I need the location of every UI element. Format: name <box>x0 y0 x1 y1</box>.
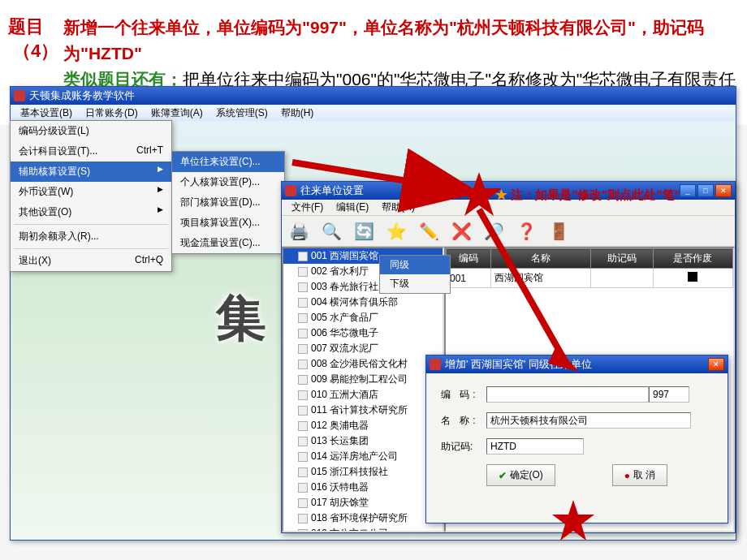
star-bottom-icon <box>551 498 596 544</box>
tree-item[interactable]: 017 胡庆馀堂 <box>283 495 443 510</box>
page-icon <box>298 360 308 369</box>
tree-item[interactable]: 019 市公交二公司 <box>283 526 443 532</box>
page-icon <box>298 267 308 277</box>
code-field[interactable] <box>649 386 689 403</box>
submenu-item[interactable]: 现金流量设置(C)... <box>172 233 284 253</box>
tree-item[interactable]: 007 双流水泥厂 <box>283 341 443 356</box>
ok-button[interactable]: ✔ 确定(O) <box>486 464 555 486</box>
page-icon <box>298 498 308 508</box>
minimize-button[interactable]: _ <box>680 184 696 197</box>
submenu-item[interactable]: 项目核算设置(X)... <box>172 213 284 233</box>
page-icon <box>298 329 308 338</box>
page-icon <box>298 483 308 493</box>
search-icon[interactable]: 🔍 <box>319 219 343 243</box>
main-title: 天顿集成账务教学软件 <box>29 88 732 103</box>
edit-icon[interactable]: ✏️ <box>417 219 441 243</box>
question-main: 新增一个往来单位，单位编码为"997"，单位名称为"杭州天顿科技有限公司"，助记… <box>63 15 739 67</box>
background-watermark: 集 <box>216 284 271 352</box>
page-icon <box>298 467 308 477</box>
tree-item[interactable]: 010 五洲大酒店 <box>283 387 443 403</box>
code-field-left[interactable] <box>486 386 649 403</box>
page-icon <box>298 406 308 416</box>
page-icon <box>298 252 308 261</box>
tree-item[interactable]: 008 金沙港民俗文化村 <box>283 356 443 372</box>
svg-marker-5 <box>552 500 594 541</box>
label-code: 编 码: <box>441 388 486 402</box>
dropdown-item[interactable]: 编码分级设置(L) <box>11 121 171 141</box>
check-icon: ✔ <box>499 470 507 481</box>
svg-line-1 <box>292 162 467 191</box>
tree-item[interactable]: 004 横河体育俱乐部 <box>283 295 443 310</box>
page-icon <box>298 421 308 431</box>
svg-line-3 <box>479 209 564 360</box>
close-button[interactable]: ✕ <box>715 184 732 197</box>
th-void[interactable]: 是否作废 <box>653 249 732 269</box>
page-icon <box>298 437 308 446</box>
tree-item[interactable]: 005 水产食品厂 <box>283 310 443 325</box>
th-mnemonic[interactable]: 助记码 <box>591 249 654 269</box>
page-icon <box>298 452 308 462</box>
menu-dropdown[interactable]: 编码分级设置(L)会计科目设置(T)...Ctrl+T辅助核算设置(S)▶外币设… <box>10 120 172 272</box>
label-mnemonic: 助记码: <box>441 440 486 454</box>
name-field[interactable] <box>486 412 691 429</box>
cancel-icon: ● <box>624 470 630 481</box>
tree-item[interactable]: 009 易能控制工程公司 <box>283 372 443 387</box>
maximize-button[interactable]: □ <box>697 184 714 197</box>
dropdown-item[interactable]: 外币设置(W)▶ <box>11 182 171 202</box>
menu-system[interactable]: 系统管理(S) <box>209 105 274 122</box>
cancel-label: 取 消 <box>633 468 655 482</box>
cell-mnemonic <box>591 269 654 288</box>
tree-item[interactable]: 012 奥浦电器 <box>283 418 443 433</box>
level-child[interactable]: 下级 <box>380 274 450 293</box>
page-icon <box>298 344 308 354</box>
star-icon[interactable]: ⭐ <box>384 219 408 243</box>
dropdown-item[interactable]: 会计科目设置(T)...Ctrl+T <box>11 141 171 162</box>
main-titlebar[interactable]: 天顿集成账务教学软件 <box>11 87 736 105</box>
tree-item[interactable]: 018 省环境保护研究所 <box>283 510 443 526</box>
mnemonic-field[interactable] <box>486 438 584 454</box>
dropdown-item[interactable]: 其他设置(O)▶ <box>11 202 171 222</box>
tree-item[interactable]: 015 浙江科技报社 <box>283 464 443 480</box>
menu-ledger[interactable]: 账簿查询(A) <box>145 105 209 122</box>
level-popup[interactable]: 同级 下级 <box>379 255 451 294</box>
cancel-button[interactable]: ● 取 消 <box>612 464 668 486</box>
page-icon <box>298 313 308 323</box>
tree-item[interactable]: 011 省计算技术研究所 <box>283 403 443 418</box>
page-icon <box>298 529 308 533</box>
label-name: 名 称: <box>441 414 486 428</box>
void-checkbox[interactable] <box>688 272 697 282</box>
tree-item[interactable]: 013 长运集团 <box>283 433 443 449</box>
page-icon <box>298 514 308 523</box>
print-icon[interactable]: 🖨️ <box>287 219 311 243</box>
app-icon <box>14 90 25 101</box>
dropdown-item[interactable]: 辅助核算设置(S)▶ <box>11 162 171 182</box>
dialog-icon <box>430 359 441 370</box>
tree-item[interactable]: 016 沃特电器 <box>283 480 443 495</box>
ok-label: 确定(O) <box>510 468 543 482</box>
tree-item[interactable]: 014 远洋房地产公司 <box>283 449 443 464</box>
page-icon <box>298 375 308 385</box>
dropdown-item[interactable]: 期初余额录入(R)... <box>11 226 171 247</box>
question-number: （4） <box>8 39 63 63</box>
page-icon <box>298 282 308 292</box>
menu-basic[interactable]: 基本设置(B) <box>14 105 79 122</box>
dropdown-item[interactable]: 退出(X)Ctrl+Q <box>11 251 171 271</box>
page-icon <box>298 390 308 400</box>
menu-help[interactable]: 帮助(H) <box>274 105 321 122</box>
tree-item[interactable]: 006 华芯微电子 <box>283 325 443 341</box>
refresh-icon[interactable]: 🔄 <box>352 219 376 243</box>
child-window-buttons: _ □ ✕ <box>680 184 732 197</box>
dialog-close-button[interactable]: ✕ <box>708 358 724 371</box>
menu-daily[interactable]: 日常账务(D) <box>79 105 145 122</box>
arrow-to-dialog <box>451 201 597 380</box>
cell-void <box>653 269 732 288</box>
page-icon <box>298 298 308 308</box>
level-same[interactable]: 同级 <box>380 256 450 274</box>
svg-marker-4 <box>548 346 579 372</box>
main-menubar: 基本设置(B) 日常账务(D) 账簿查询(A) 系统管理(S) 帮助(H) <box>11 105 736 121</box>
